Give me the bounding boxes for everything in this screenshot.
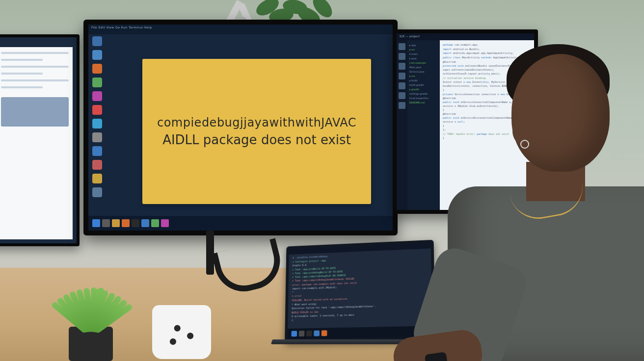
laptop-terminal: $ ./gradlew assembleDebug> Configure pro…: [288, 249, 432, 329]
editor-icon[interactable]: [92, 91, 102, 101]
center-monitor: File Edit View Go Run Terminal Help comp…: [83, 20, 398, 235]
start-icon[interactable]: [92, 219, 100, 227]
os-menubar: File Edit View Go Run Terminal Help: [88, 25, 393, 34]
git-icon[interactable]: [399, 63, 405, 70]
search-icon[interactable]: [102, 219, 110, 227]
browser-page: [0, 47, 73, 239]
test-icon[interactable]: [399, 102, 405, 109]
laptop: $ ./gradlew assembleDebug> Configure pro…: [285, 240, 435, 342]
desk-plant: [29, 263, 147, 361]
developer-person: [428, 39, 644, 361]
os-taskbar: [88, 216, 393, 231]
explorer-icon[interactable]: [112, 219, 120, 227]
mail-icon[interactable]: [92, 119, 102, 129]
content-bar: [1, 86, 43, 88]
ide-icon[interactable]: [314, 331, 320, 336]
extensions-icon[interactable]: [399, 82, 405, 89]
browser-icon[interactable]: [92, 64, 102, 74]
terminal-icon[interactable]: [92, 36, 102, 46]
code-icon[interactable]: [92, 146, 102, 156]
ide-icon[interactable]: [141, 219, 149, 227]
error-line-1: compiedebugjjayawithwithJAVAC: [157, 116, 356, 129]
start-icon[interactable]: [292, 331, 297, 336]
left-monitor: [0, 34, 80, 246]
vm-icon[interactable]: [92, 187, 102, 197]
content-bar: [1, 52, 69, 54]
earring: [520, 140, 529, 149]
thumbnail-image: [1, 97, 69, 127]
debug-icon[interactable]: [399, 73, 405, 79]
explorer-icon[interactable]: [399, 43, 405, 50]
music-icon[interactable]: [92, 105, 102, 115]
notes-icon[interactable]: [92, 174, 102, 183]
headphone-stand-pole: [206, 231, 214, 275]
error-line-2: AIDLL package does not exist: [162, 132, 351, 147]
terminal-icon[interactable]: [306, 331, 312, 336]
content-bar: [1, 59, 43, 61]
workspace-photo: File Edit View Go Run Terminal Help comp…: [0, 0, 644, 361]
chat-icon[interactable]: [92, 77, 102, 87]
search-icon[interactable]: [399, 53, 405, 60]
browser2-icon[interactable]: [122, 219, 130, 227]
coffee-mug: [152, 305, 211, 359]
head: [511, 54, 610, 172]
run-icon[interactable]: [399, 92, 405, 99]
pinned-icon[interactable]: [161, 219, 169, 227]
content-bar: [1, 79, 69, 81]
browser-icon[interactable]: [322, 330, 327, 336]
error-sticky-note: compiedebugjjayawithwithJAVAC AIDLL pack…: [142, 59, 371, 204]
search-icon[interactable]: [299, 331, 305, 336]
calendar-icon[interactable]: [92, 160, 102, 170]
files-icon[interactable]: [92, 50, 102, 60]
desktop-dock: [90, 33, 104, 214]
content-bar: [1, 73, 43, 75]
terminal2-icon[interactable]: [132, 219, 139, 227]
content-bar: [1, 66, 69, 68]
slack-icon[interactable]: [151, 219, 159, 227]
settings-icon[interactable]: [92, 132, 102, 142]
ide-activity-bar: [397, 40, 407, 210]
